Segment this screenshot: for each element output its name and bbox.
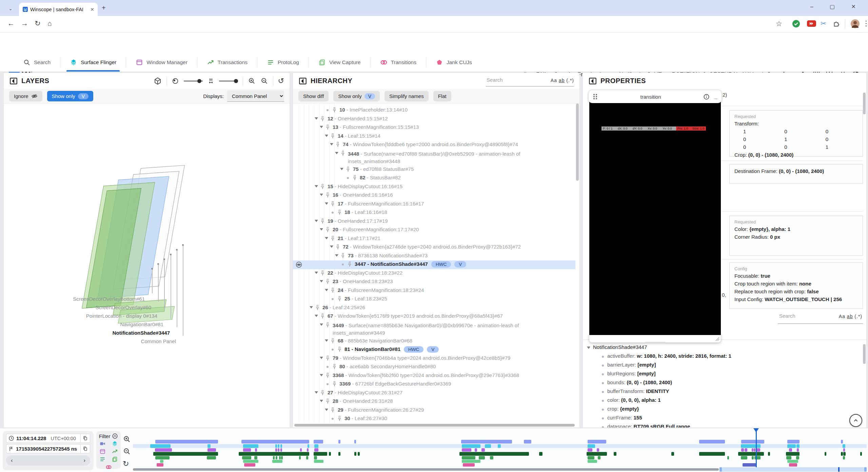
expand-arrow-icon[interactable]: [310, 306, 313, 309]
current-time-box[interactable]: 11:04:14.228 UTC+00:00: [6, 434, 90, 443]
hierarchy-node-3447[interactable]: 3447 - NotificationShade#3447HWCV: [293, 260, 575, 269]
expand-arrow-icon[interactable]: [325, 237, 328, 239]
expand-arrow-icon[interactable]: [325, 409, 328, 411]
pin-icon[interactable]: [330, 338, 335, 343]
expand-arrow-icon[interactable]: [335, 152, 338, 154]
pin-icon[interactable]: [332, 364, 337, 369]
displays-select[interactable]: Common Panel: [227, 91, 284, 102]
pin-icon[interactable]: [330, 133, 335, 139]
bookmark-star-icon[interactable]: ☆: [776, 20, 782, 28]
pin-icon[interactable]: [337, 416, 342, 421]
extension-check-icon[interactable]: [792, 20, 800, 28]
pin-icon[interactable]: [332, 107, 337, 113]
property-row[interactable]: crop: {empty}: [602, 406, 639, 412]
layer-label[interactable]: NavigationBar0#81: [120, 321, 163, 327]
expand-arrow-icon[interactable]: [325, 202, 328, 205]
properties-search[interactable]: Search Aa ab (.*): [778, 310, 863, 325]
pin-icon[interactable]: [325, 322, 330, 328]
pin-icon[interactable]: [352, 175, 357, 180]
hierarchy-node-19[interactable]: 19 - OneHanded:17:17#19: [293, 217, 575, 226]
layers-3d-canvas[interactable]: ScreenDecorOverlayBottom#61ScreenDecorOv…: [4, 104, 290, 428]
filter-wm-icon[interactable]: [99, 448, 106, 455]
nav-tab-jank-cujs[interactable]: Jank CUJs: [426, 53, 481, 72]
expand-arrow-icon[interactable]: [320, 374, 323, 376]
expand-arrow-icon[interactable]: [335, 254, 338, 257]
hierarchy-node-68[interactable]: 68 - 885b63e NavigationBar0#68: [293, 337, 575, 346]
hierarchy-node-82[interactable]: 82 - StatusBar#82: [293, 174, 575, 183]
hierarchy-node-3368[interactable]: 3368 - WindowToken{f6b2f60 type=2024 and…: [293, 372, 575, 380]
hierarchy-button-show-diff[interactable]: Show diff: [298, 91, 329, 101]
expand-arrow-icon[interactable]: [315, 117, 318, 120]
new-tab-button[interactable]: +: [102, 4, 106, 12]
property-row[interactable]: dataspace: BT709 sRGB Full range: [602, 424, 690, 428]
property-row[interactable]: color: (0, 0, 0), alpha: 1: [602, 397, 661, 403]
pin-icon[interactable]: [340, 151, 346, 156]
expand-arrow-icon[interactable]: [315, 272, 318, 274]
info-icon[interactable]: [703, 94, 710, 100]
ignore-chip[interactable]: Ignore: [9, 91, 42, 101]
expand-arrow-icon[interactable]: [320, 323, 323, 326]
panel-collapse-icon[interactable]: [9, 77, 18, 85]
hierarchy-node-29[interactable]: 29 - FullscreenMagnification:26:27#29: [293, 406, 575, 415]
extension-red-icon[interactable]: [807, 20, 816, 27]
expand-arrow-icon[interactable]: [320, 400, 323, 402]
show-only-chip[interactable]: Show onlyV: [47, 91, 94, 101]
expand-arrow-icon[interactable]: [325, 289, 328, 291]
hierarchy-button-show-only[interactable]: Show onlyV: [333, 91, 380, 101]
zoom-in-icon[interactable]: [248, 77, 256, 85]
current-ns-box[interactable]: 1715339054227572545 ns: [6, 444, 90, 453]
zoom-window-slider[interactable]: [719, 467, 867, 472]
expand-arrow-icon[interactable]: [320, 357, 323, 359]
pin-icon[interactable]: [315, 305, 320, 310]
pin-icon[interactable]: [325, 373, 330, 378]
filter-vc-icon[interactable]: [112, 456, 118, 463]
property-row[interactable]: bounds: (0, 0) - (1080, 2400): [602, 379, 672, 385]
3d-cube-icon[interactable]: [154, 77, 162, 85]
nav-tab-search[interactable]: Search: [14, 53, 60, 72]
extensions-puzzle-icon[interactable]: [833, 20, 840, 27]
property-row[interactable]: currFrame: 155: [602, 415, 642, 420]
hierarchy-node-23[interactable]: 23 - OneHanded:18:23#23: [293, 278, 575, 287]
hierarchy-node-75[interactable]: 75 - ed70f88 StatusBar#75: [293, 165, 575, 174]
browser-tab[interactable]: Winscope | sandbox-FAI ✕: [19, 3, 98, 16]
profile-avatar[interactable]: [850, 19, 860, 28]
timeline-cursor-handle[interactable]: [753, 428, 759, 432]
zoom-window-left-handle[interactable]: [719, 467, 722, 472]
pin-icon[interactable]: [330, 407, 335, 413]
pin-icon[interactable]: [320, 313, 325, 319]
rotation-slider[interactable]: [184, 81, 203, 81]
pin-icon[interactable]: [320, 270, 325, 276]
hierarchy-node-21[interactable]: 21 - Leaf:17:17#21: [293, 235, 575, 243]
timeline-reset-zoom-icon[interactable]: ↻: [123, 459, 129, 468]
timeline-cursor[interactable]: [756, 429, 757, 467]
pin-icon[interactable]: [337, 347, 342, 352]
property-row[interactable]: blurRegions: [empty]: [602, 371, 656, 376]
window-controls[interactable]: – ▢ ✕: [810, 3, 863, 10]
hierarchy-node-74[interactable]: 74 - WindowToken{fdddbe6 type=2000 andro…: [293, 141, 575, 150]
tab-search-chevron-icon[interactable]: ⌄: [7, 5, 14, 12]
pin-icon[interactable]: [330, 288, 335, 293]
pin-icon[interactable]: [335, 142, 340, 147]
copy-ns-button[interactable]: [80, 445, 88, 453]
hierarchy-button-simplify-names[interactable]: Simplify names: [384, 91, 429, 101]
expand-arrow-icon[interactable]: [315, 185, 318, 188]
layer-label[interactable]: PointerLocation - display 0#134: [86, 313, 157, 319]
expand-arrow-icon[interactable]: [320, 228, 323, 231]
hierarchy-node-30[interactable]: 30 - Leaf:26:27#30: [293, 415, 575, 423]
minimize-icon[interactable]: _: [714, 94, 717, 100]
browser-menu-kebab-icon[interactable]: ⋮: [863, 19, 868, 27]
pin-icon[interactable]: [330, 201, 335, 206]
layer-label[interactable]: NotificationShade#3447: [113, 330, 170, 336]
pin-icon[interactable]: [325, 355, 330, 361]
zoom-window-right-handle[interactable]: [864, 467, 867, 472]
hierarchy-node-67[interactable]: 67 - WindowToken{e5176f9 type=2019 andro…: [293, 312, 575, 321]
expand-arrow-icon[interactable]: [330, 245, 333, 248]
expand-arrow-icon[interactable]: [320, 280, 323, 282]
pin-icon[interactable]: [332, 381, 337, 387]
prev-frame-icon[interactable]: ‹: [11, 457, 13, 464]
filter-tx-icon[interactable]: [112, 448, 118, 455]
hierarchy-node-3369[interactable]: 3369 - 67726bf EdgeBackGestureHandler0#3…: [293, 380, 575, 389]
nav-tab-surface-flinger[interactable]: Surface Flinger: [60, 53, 126, 72]
hierarchy-search-input[interactable]: Search: [487, 77, 503, 83]
reload-icon[interactable]: ↻: [35, 19, 41, 27]
